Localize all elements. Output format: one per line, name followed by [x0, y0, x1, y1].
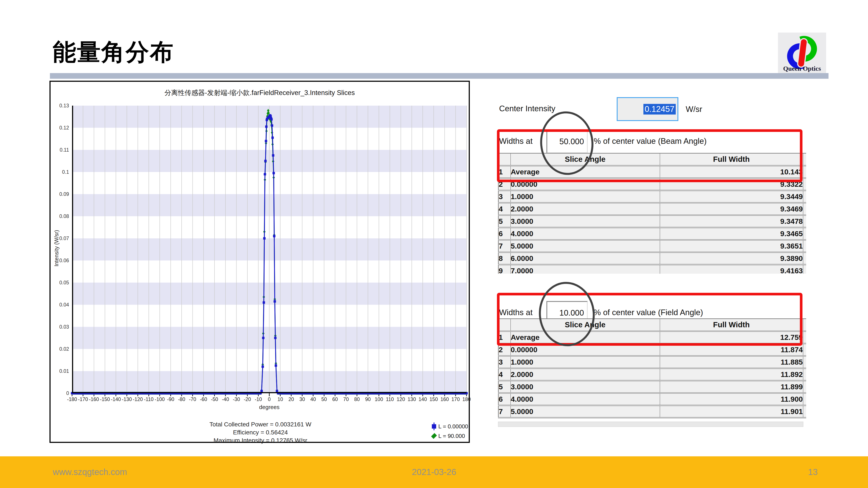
cell-extra — [803, 166, 806, 178]
footer-bar: www.szqgtech.com 2021-03-26 13 — [0, 456, 868, 488]
table-row[interactable]: 64.00009.3465 — [498, 228, 806, 240]
table-row[interactable]: 20.0000011.874 — [498, 344, 806, 356]
cell-rownum: 9 — [498, 265, 510, 274]
legend-item-l0: L = 0.00000 — [432, 422, 469, 431]
center-intensity-value: 0.12457 — [643, 104, 676, 115]
chart-title: 分离性传感器-发射端-缩小款.farFieldReceiver_3.Intens… — [51, 88, 469, 97]
cell-rownum: 2 — [498, 344, 510, 356]
table-horizontal-scrollbar[interactable] — [498, 422, 803, 427]
cell-width: 9.3478 — [660, 215, 803, 228]
table-row[interactable]: 75.000011.901 — [498, 405, 806, 418]
y-tick-label: 0.1 — [50, 169, 69, 175]
cell-extra — [803, 203, 806, 215]
cell-extra — [803, 331, 806, 344]
intensity-plot — [72, 106, 467, 400]
y-tick-label: 0.08 — [50, 214, 69, 219]
footer-date: 2021-03-26 — [0, 467, 868, 477]
x-tick-label: 180 — [458, 396, 475, 402]
legend-diamond-marker-icon — [431, 433, 437, 439]
logo-mark-icon: Queen Optics — [778, 33, 826, 73]
center-intensity-unit: W/sr — [686, 105, 702, 114]
cell-extra — [803, 190, 806, 203]
y-tick-label: 0.01 — [50, 368, 69, 374]
cell-width: 9.3449 — [660, 190, 803, 203]
cell-slice: Average — [510, 331, 660, 344]
field-percent-suffix: % of center value (Field Angle) — [594, 308, 703, 317]
cell-rownum: 1 — [498, 166, 510, 178]
header-full-width: Full Width — [660, 319, 803, 331]
cell-rownum: 7 — [498, 240, 510, 252]
cell-width: 11.900 — [660, 393, 803, 405]
cell-rownum: 2 — [498, 178, 510, 190]
beam-percent-suffix: % of center value (Beam Angle) — [594, 137, 707, 146]
cell-rownum: 4 — [498, 203, 510, 215]
cell-rownum: 8 — [498, 252, 510, 265]
legend-item-l90: L = 90.000 — [432, 431, 469, 441]
table-row[interactable]: 97.00009.4163 — [498, 265, 806, 274]
table-row[interactable]: 1Average12.759 — [498, 331, 806, 344]
cell-slice: 6.0000 — [510, 252, 660, 265]
cell-width: 11.892 — [660, 368, 803, 381]
cell-width: 9.3469 — [660, 203, 803, 215]
table-row[interactable]: 31.00009.3449 — [498, 190, 806, 203]
cell-width: 9.3651 — [660, 240, 803, 252]
cell-extra — [803, 368, 806, 381]
table-header-row: Slice Angle Full Width — [498, 319, 806, 331]
cell-rownum: 6 — [498, 393, 510, 405]
legend-square-marker-icon — [432, 424, 436, 429]
cell-width: 11.885 — [660, 356, 803, 368]
table-row[interactable]: 20.000009.3322 — [498, 178, 806, 190]
table-header-row: Slice Angle Full Width — [498, 153, 806, 166]
beam-angle-table[interactable]: Slice Angle Full Width 1Average10.14320.… — [498, 153, 806, 274]
header-rownum — [498, 319, 510, 331]
table-row[interactable]: 53.00009.3478 — [498, 215, 806, 228]
plot-canvas — [72, 106, 467, 400]
cell-slice: 7.0000 — [510, 265, 660, 274]
cell-slice: 4.0000 — [510, 228, 660, 240]
beam-widths-at-label: Widths at — [499, 137, 532, 146]
cell-width: 9.3890 — [660, 252, 803, 265]
cell-width: 9.4163 — [660, 265, 803, 274]
footer-page-number: 13 — [808, 467, 818, 477]
cell-rownum: 4 — [498, 368, 510, 381]
company-logo: Queen Optics — [778, 33, 826, 73]
cell-rownum: 7 — [498, 405, 510, 418]
table-row[interactable]: 31.000011.885 — [498, 356, 806, 368]
table-row[interactable]: 42.00009.3469 — [498, 203, 806, 215]
cell-extra — [803, 393, 806, 405]
y-tick-label: 0.11 — [50, 147, 69, 153]
field-angle-table[interactable]: Slice Angle Full Width 1Average12.75920.… — [498, 318, 806, 420]
cell-slice: 2.0000 — [510, 203, 660, 215]
table-row[interactable]: 64.000011.900 — [498, 393, 806, 405]
cell-extra — [803, 240, 806, 252]
cell-slice: 0.00000 — [510, 344, 660, 356]
field-widths-at-label: Widths at — [499, 308, 532, 317]
stat-efficiency: Efficiency = 0.56424 — [152, 428, 369, 436]
header-rownum — [498, 153, 510, 166]
x-axis-title: degrees — [72, 404, 467, 411]
cell-extra — [803, 178, 806, 190]
beam-percent-input[interactable]: 50.000 — [547, 130, 588, 153]
header-extra — [803, 153, 806, 166]
page-title: 能量角分布 — [53, 36, 174, 68]
cell-slice: 5.0000 — [510, 240, 660, 252]
header-extra — [803, 319, 806, 331]
table-row[interactable]: 42.000011.892 — [498, 368, 806, 381]
chart-legend: L = 0.00000 L = 90.000 — [432, 422, 469, 441]
cell-extra — [803, 381, 806, 393]
table-row[interactable]: 1Average10.143 — [498, 166, 806, 178]
cell-rownum: 5 — [498, 381, 510, 393]
table-row[interactable]: 53.000011.899 — [498, 381, 806, 393]
table-row[interactable]: 75.00009.3651 — [498, 240, 806, 252]
center-intensity-input[interactable]: 0.12457 — [617, 97, 678, 121]
table-row[interactable]: 86.00009.3890 — [498, 252, 806, 265]
cell-width: 11.899 — [660, 381, 803, 393]
cell-slice: 3.0000 — [510, 381, 660, 393]
y-tick-label: 0.05 — [50, 280, 69, 286]
cell-slice: 5.0000 — [510, 405, 660, 418]
y-tick-label: 0.03 — [50, 324, 69, 330]
cell-width: 10.143 — [660, 166, 803, 178]
y-tick-label: 0.04 — [50, 302, 69, 308]
cell-rownum: 1 — [498, 331, 510, 344]
center-intensity-label: Center Intensity — [499, 104, 555, 113]
